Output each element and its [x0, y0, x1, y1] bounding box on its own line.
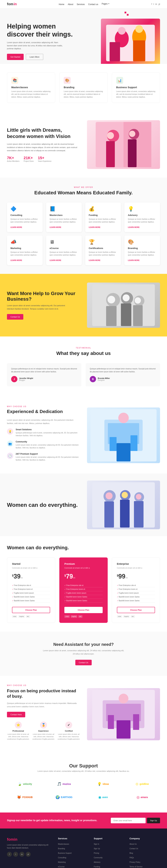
footer-link-masterclasses[interactable]: Masterclasses	[58, 843, 69, 845]
service-ecourse-title: eCourse	[49, 247, 78, 249]
nav-pages[interactable]: Pages ▼	[102, 3, 109, 5]
footer-link-contact[interactable]: Contact Us	[129, 848, 138, 849]
about-text: Little girls with Dreams, become women w…	[7, 127, 80, 162]
aven-text: aven	[102, 796, 108, 799]
enterprise-btn[interactable]: Choose Plan	[117, 607, 155, 613]
payment-paypal: PayPal	[18, 615, 25, 618]
hero-image	[84, 19, 160, 64]
footer-link-signin[interactable]: Sign In	[94, 843, 99, 845]
funding-learn-more[interactable]: LEARN MORE	[89, 226, 100, 228]
social-in[interactable]: in	[155, 3, 157, 5]
premium-btn[interactable]: Choose Plan	[64, 607, 102, 613]
productive-title: Focus on being productive instead of bus…	[7, 688, 80, 699]
svg-point-13	[107, 132, 114, 139]
footer-link-signup[interactable]: Sign Up	[94, 848, 100, 849]
footer-link-terms[interactable]: Terms of Service	[129, 866, 142, 868]
started-btn[interactable]: Choose Plan	[12, 607, 50, 613]
productive-experience: 🏅 Experience Lorem ipsum dolor sit amet,…	[32, 721, 55, 744]
branding2-learn-more[interactable]: LEARN MORE	[128, 259, 139, 261]
footer-link-privacy[interactable]: Privacy Policy	[129, 861, 140, 863]
svg-rect-4	[133, 40, 145, 61]
footer-fb[interactable]: f	[7, 852, 12, 857]
certified-title: Certified	[58, 730, 80, 732]
feature-masterclasses-desc: Lorem ipsum dolor sit amet, consectetur …	[11, 90, 51, 98]
svg-rect-47	[108, 715, 114, 729]
enterprise-amount: 99	[119, 573, 126, 580]
svg-point-6	[135, 25, 143, 33]
svg-point-22	[107, 296, 115, 303]
footer-link-faqs[interactable]: FAQs	[129, 857, 134, 859]
footer-link-advisory[interactable]: Advisory	[94, 861, 100, 863]
footer-link-community[interactable]: Community	[94, 857, 103, 859]
footer-link-funding[interactable]: Funding	[94, 866, 100, 868]
footer-link-business[interactable]: Business Support	[58, 852, 71, 854]
nav-logo[interactable]: fomin	[7, 2, 17, 6]
consulting-learn-more[interactable]: LEARN MORE	[10, 226, 22, 228]
features-grid: 📚 Masterclasses Lorem ipsum dolor sit am…	[7, 72, 160, 103]
footer-link-marketing[interactable]: Marketing	[58, 861, 66, 863]
service-funding-desc: Quisque ac lorem facilisis a efficitur q…	[89, 218, 118, 223]
service-consulting-desc: Quisque ac lorem facilisis a efficitur q…	[10, 218, 39, 223]
footer-link-blog[interactable]: Blog	[129, 852, 133, 854]
certifications-learn-more[interactable]: LEARN MORE	[89, 259, 100, 261]
nav-services[interactable]: Services	[77, 3, 85, 6]
footer-tw[interactable]: t	[13, 852, 18, 857]
nav-about[interactable]: About	[68, 3, 73, 6]
svg-rect-38	[134, 501, 143, 528]
footer-link-branding[interactable]: Branding	[58, 848, 65, 849]
social-tw[interactable]: t	[154, 3, 154, 5]
footer-support-title: Support	[94, 837, 124, 840]
svg-rect-30	[110, 437, 116, 451]
footer-link-pricing[interactable]: Pricing	[94, 852, 99, 854]
ecourse-icon: 🖥	[49, 239, 78, 245]
service-marketing-desc: Quisque ac lorem facilisis a efficitur q…	[10, 251, 39, 256]
payment-mc: MC	[26, 615, 30, 618]
social-yt[interactable]: yt	[159, 3, 160, 5]
footer-in[interactable]: in	[20, 852, 24, 857]
svg-rect-31	[131, 435, 137, 451]
testimonial-2-text: Quisque pellentesque at orci et volutpat…	[90, 367, 156, 373]
advisory-learn-more[interactable]: LEARN MORE	[128, 226, 139, 228]
productive-label: WHY CHOOSE US	[7, 684, 80, 686]
testimonial-1-name: Jennifer Wright	[19, 377, 33, 379]
logo-accent: in	[14, 2, 17, 6]
productive-illustration	[92, 690, 155, 739]
marketing-learn-more[interactable]: LEARN MORE	[10, 259, 22, 261]
footer-link-consulting[interactable]: Consulting	[58, 857, 66, 859]
premium-payments: VISA PayPal MC	[64, 615, 102, 618]
premium-plan: Premium	[64, 562, 102, 565]
women-banner-text: Women can do everything.	[7, 502, 80, 508]
why-image-placeholder	[87, 407, 160, 463]
masterclass-learn-more[interactable]: LEARN MORE	[49, 226, 61, 228]
newsletter-submit-button[interactable]: Sign Up	[147, 818, 160, 823]
services-section: WHAT WE OFFER Educated Woman Means Educa…	[0, 178, 167, 274]
pricing-started: Started Commodo at ornare vel ut nibh a …	[7, 557, 55, 623]
stat-projects: 21K+ Project Done	[24, 156, 34, 162]
service-branding2-title: Branding	[128, 247, 157, 249]
cta-contact-button[interactable]: Contact Us	[7, 314, 23, 320]
footer-link-ecourse[interactable]: eCourse	[58, 866, 65, 868]
ideaa-icon: 💡	[97, 782, 102, 786]
hero-get-started-button[interactable]: Get Started	[7, 54, 24, 60]
svg-point-24	[135, 297, 141, 304]
nav-home[interactable]: Home	[59, 3, 64, 6]
newsletter-email-input[interactable]	[111, 818, 145, 823]
services-label: WHAT WE OFFER	[7, 186, 160, 188]
footer-yt[interactable]: yt	[26, 852, 31, 857]
nav-contact[interactable]: Contact us	[88, 3, 98, 6]
stat-projects-number: 21K+	[24, 156, 34, 160]
why-title: Experienced & Dedication	[7, 409, 80, 414]
cta-text: Want More Help to Grow Your Business? Lo…	[7, 291, 80, 319]
social-fb[interactable]: f	[152, 3, 152, 5]
experience-desc: Lorem ipsum dolor sit amet, ad velit, ul…	[32, 733, 55, 741]
productive-button[interactable]: Contact Here	[7, 712, 25, 717]
amara-icon: ◎	[137, 795, 139, 799]
started-payments: VISA PayPal MC	[12, 615, 50, 618]
stat-experience-number: 15+	[38, 156, 52, 160]
assistant-button[interactable]: Contact Us	[75, 660, 92, 665]
feature-branding: 🎨 Branding Lorem ipsum dolor sit amet, c…	[59, 72, 107, 103]
footer-link-about[interactable]: About Us	[129, 843, 137, 845]
hero-section: Helping women discover their wings. Lore…	[0, 8, 167, 64]
hero-learn-more-button[interactable]: Learn More	[26, 54, 43, 60]
ecourse-learn-more[interactable]: LEARN MORE	[49, 259, 61, 261]
